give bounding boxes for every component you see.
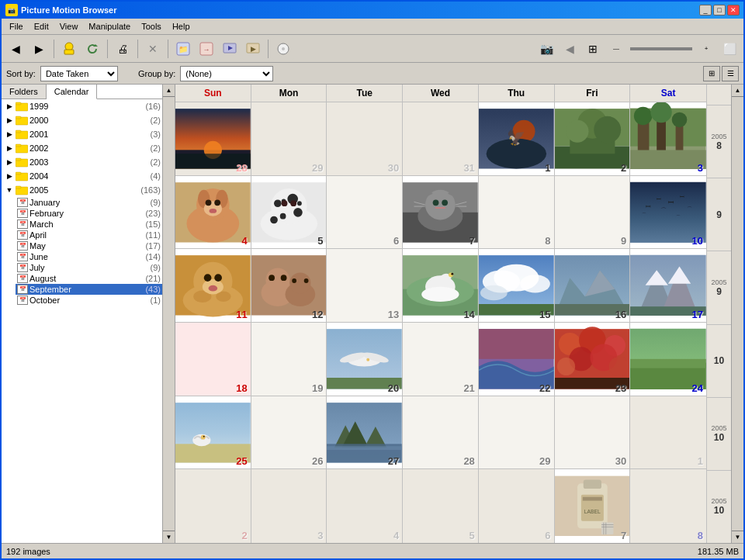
tree-item-march[interactable]: 📅 March (15) [16, 219, 162, 230]
cell-sep20[interactable]: 20 [327, 323, 403, 396]
tree-item-august[interactable]: 📅 August (21) [16, 273, 162, 284]
tree-item-2003[interactable]: ▶ 2003 (2) [2, 155, 162, 169]
cell-sep13[interactable]: 13 [327, 249, 403, 322]
camera-button[interactable]: 📷 [535, 38, 557, 60]
tree-item-1999[interactable]: ▶ 1999 (16) [2, 99, 162, 113]
tree-item-july[interactable]: 📅 July (9) [16, 262, 162, 273]
burn-button[interactable] [272, 38, 294, 60]
cell-sep6[interactable]: 6 [327, 176, 403, 249]
cell-sep12[interactable]: 12 [251, 249, 327, 322]
tree-item-june[interactable]: 📅 June (14) [16, 251, 162, 262]
menu-edit[interactable]: Edit [29, 20, 54, 33]
sort-select[interactable]: Date Taken [40, 66, 118, 81]
cell-sep8[interactable]: 8 [479, 176, 555, 249]
cell-sep15[interactable]: 15 [479, 249, 555, 322]
cell-sep11[interactable]: 11 [175, 249, 251, 322]
slideshow-button[interactable] [219, 38, 241, 60]
expand-2002[interactable]: ▶ [3, 142, 16, 154]
zoom-slider[interactable] [630, 47, 692, 50]
tree-item-january[interactable]: 📅 January (9) [16, 197, 162, 208]
view-thumbnails-button[interactable]: ⊞ [703, 66, 720, 81]
cell-oct5[interactable]: 5 [403, 469, 479, 543]
import-button[interactable]: 📁 [172, 38, 194, 60]
cell-sep18[interactable]: 18 [175, 323, 251, 396]
cell-sep14[interactable]: 14 [403, 249, 479, 322]
menu-file[interactable]: File [5, 20, 28, 33]
tree-item-october[interactable]: 📅 October (1) [16, 295, 162, 306]
tree-item-2000[interactable]: ▶ 2000 (2) [2, 113, 162, 127]
cell-sep24[interactable]: 24 [630, 323, 706, 396]
refresh-button[interactable] [81, 38, 103, 60]
expand-2005[interactable]: ▼ [3, 184, 16, 196]
maximize-button[interactable]: □ [713, 5, 726, 16]
cell-sep30[interactable]: 30 [555, 396, 631, 469]
cell-sep21[interactable]: 21 [403, 323, 479, 396]
tree-item-february[interactable]: 📅 February (23) [16, 208, 162, 219]
cell-sep2[interactable]: 2 [555, 102, 631, 175]
cell-sep29[interactable]: 29 [479, 396, 555, 469]
minimize-button[interactable]: _ [699, 5, 712, 16]
export-button[interactable]: → [196, 38, 217, 60]
tab-folders[interactable]: Folders [2, 85, 47, 99]
tree-item-may[interactable]: 📅 May (17) [16, 240, 162, 251]
tree-item-2002[interactable]: ▶ 2002 (2) [2, 141, 162, 155]
cell-sep28[interactable]: 28 [403, 396, 479, 469]
cell-sep26[interactable]: 26 [251, 396, 327, 469]
cell-oct1[interactable]: 1 [630, 396, 706, 469]
cell-sep22[interactable]: 22 [479, 323, 555, 396]
view-button[interactable]: ▶ [242, 38, 264, 60]
expand-2001[interactable]: ▶ [3, 128, 16, 140]
forward-button[interactable]: ▶ [28, 38, 50, 60]
cell-sep9[interactable]: 9 [555, 176, 631, 249]
cell-sep19[interactable]: 19 [251, 323, 327, 396]
expand-1999[interactable]: ▶ [3, 100, 16, 112]
print-button[interactable]: 🖨 [112, 38, 133, 60]
back-button[interactable]: ◀ [5, 38, 26, 60]
delete-button[interactable]: ✕ [142, 38, 164, 60]
cell-sep3[interactable]: 3 [630, 102, 706, 175]
cell-sep27[interactable]: 27 [327, 396, 403, 469]
cell-oct4[interactable]: 4 [327, 469, 403, 543]
cell-sep4[interactable]: 4 [175, 176, 251, 249]
menu-tools[interactable]: Tools [137, 20, 166, 33]
close-button[interactable]: ✕ [727, 5, 740, 16]
cell-sep23[interactable]: 23 [555, 323, 631, 396]
scroll-top-button[interactable]: ▲ [732, 85, 743, 97]
cell-sep17[interactable]: 17 [630, 249, 706, 322]
cell-sep16[interactable]: 16 [555, 249, 631, 322]
grid-button[interactable]: ⊞ [582, 38, 604, 60]
cell-oct8[interactable]: 8 [630, 469, 706, 543]
cell-sep1[interactable]: 🦅 1 [479, 102, 555, 175]
prev-button[interactable]: ◀ [559, 38, 580, 60]
scroll-up-button[interactable]: ▲ [163, 85, 175, 97]
cell-sep5[interactable]: 5 [251, 176, 327, 249]
tree-item-2001[interactable]: ▶ 2001 (3) [2, 127, 162, 141]
menu-help[interactable]: Help [168, 20, 195, 33]
view-list-button[interactable]: ☰ [722, 66, 739, 81]
cell-aug29[interactable]: 29 [251, 102, 327, 175]
tree-item-2005[interactable]: ▼ 2005 (163) [2, 183, 162, 197]
tab-calendar[interactable]: Calendar [47, 85, 98, 99]
cell-oct2[interactable]: 2 [175, 469, 251, 543]
home-button[interactable] [58, 38, 80, 60]
scroll-down-button[interactable]: ▼ [163, 531, 175, 543]
tree-item-september[interactable]: 📅 September (43) [16, 284, 162, 295]
cell-aug28[interactable]: 28 [175, 102, 251, 175]
cell-oct3[interactable]: 3 [251, 469, 327, 543]
fullscreen-button[interactable]: ⬜ [719, 38, 740, 60]
cell-sep7[interactable]: 7 [403, 176, 479, 249]
cell-oct6[interactable]: 6 [479, 469, 555, 543]
expand-2004[interactable]: ▶ [3, 170, 16, 182]
menu-view[interactable]: View [55, 20, 83, 33]
tree-item-april[interactable]: 📅 April (11) [16, 230, 162, 240]
cell-aug31[interactable]: 31 [403, 102, 479, 175]
scroll-bottom-button[interactable]: ▼ [732, 531, 743, 543]
cell-aug30[interactable]: 30 [327, 102, 403, 175]
tree-item-2004[interactable]: ▶ 2004 (4) [2, 169, 162, 183]
expand-2000[interactable]: ▶ [3, 114, 16, 126]
menu-manipulate[interactable]: Manipulate [84, 20, 135, 33]
expand-2003[interactable]: ▶ [3, 156, 16, 168]
group-select[interactable]: (None) [180, 66, 273, 81]
cell-sep10[interactable]: 𝄩 𝄩 𝄩 𝄩 ⌒ ⌒ ⌒ ⌒ 10 [630, 176, 706, 249]
cell-oct7[interactable]: LABEL 7 [555, 469, 631, 543]
